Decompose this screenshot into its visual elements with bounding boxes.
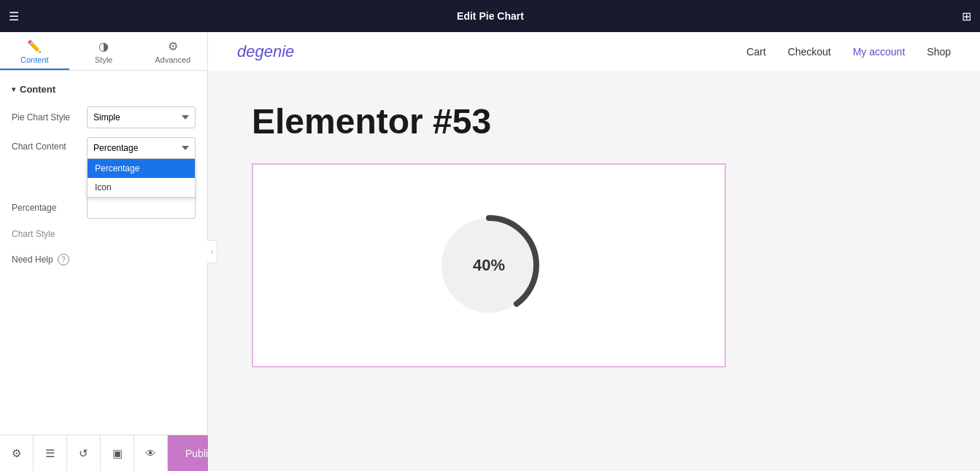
top-bar-title: Edit Pie Chart — [457, 10, 524, 22]
chart-widget[interactable]: 40% — [252, 163, 726, 367]
bottom-icons: ⚙ ☰ ↺ ▣ 👁 — [0, 435, 168, 471]
page-title: Elementor #53 — [252, 101, 936, 141]
collapse-handle[interactable]: ‹ — [207, 240, 217, 263]
chart-content-wrap: Percentage Icon Percentage Icon — [87, 137, 196, 159]
tab-advanced-label: Advanced — [155, 55, 190, 64]
sidebar: ✏️ Content ◑ Style ⚙ Advanced ▾ Content … — [0, 32, 208, 471]
top-bar: ☰ Edit Pie Chart ⊞ — [0, 0, 980, 32]
site-header: degenie Cart Checkout My account Shop — [208, 32, 980, 72]
style-tab-icon: ◑ — [99, 39, 109, 53]
main-layout: ✏️ Content ◑ Style ⚙ Advanced ▾ Content … — [0, 32, 980, 471]
pie-chart-style-row: Pie Chart Style Simple Donut — [0, 102, 207, 133]
bottom-bar: ⚙ ☰ ↺ ▣ 👁 Publish ∧ — [0, 435, 207, 471]
section-arrow: ▾ — [12, 85, 15, 93]
tab-style[interactable]: ◑ Style — [69, 32, 139, 70]
menu-icon[interactable]: ☰ — [9, 9, 19, 23]
site-nav: Cart Checkout My account Shop — [746, 46, 951, 58]
pie-chart-style-wrap: Simple Donut — [87, 106, 196, 128]
chart-content-dropdown: Percentage Icon — [87, 159, 196, 198]
site-logo: degenie — [237, 42, 294, 61]
nav-shop[interactable]: Shop — [927, 46, 951, 58]
content-tab-icon: ✏️ — [27, 39, 42, 53]
pie-chart-percentage: 40% — [473, 256, 505, 275]
tab-style-label: Style — [95, 55, 112, 64]
percentage-label: Percentage — [12, 203, 81, 213]
need-help[interactable]: Need Help ? — [0, 242, 207, 277]
chart-content-row: Chart Content Percentage Icon Percentage… — [0, 133, 207, 163]
settings-icon-btn[interactable]: ⚙ — [0, 435, 34, 471]
help-icon: ? — [58, 254, 69, 265]
pie-chart-container: 40% — [431, 207, 547, 324]
nav-myaccount[interactable]: My account — [853, 46, 906, 58]
responsive-icon-btn[interactable]: ▣ — [101, 435, 134, 471]
dropdown-option-percentage[interactable]: Percentage — [88, 159, 195, 178]
tab-advanced[interactable]: ⚙ Advanced — [138, 32, 207, 70]
preview-icon-btn[interactable]: 👁 — [134, 435, 168, 471]
percentage-input[interactable] — [87, 197, 196, 219]
tabs: ✏️ Content ◑ Style ⚙ Advanced — [0, 32, 207, 71]
history-icon-btn[interactable]: ↺ — [67, 435, 101, 471]
section-header-content[interactable]: ▾ Content — [0, 79, 207, 102]
percentage-wrap — [87, 197, 196, 219]
tab-content[interactable]: ✏️ Content — [0, 32, 69, 70]
page-content: Elementor #53 40% — [208, 72, 980, 397]
nav-cart[interactable]: Cart — [746, 46, 765, 58]
pie-chart-style-select[interactable]: Simple Donut — [87, 106, 196, 128]
nav-checkout[interactable]: Checkout — [788, 46, 831, 58]
tab-content-label: Content — [20, 55, 49, 64]
chart-content-label: Chart Content — [12, 141, 81, 152]
dropdown-option-icon[interactable]: Icon — [88, 178, 195, 197]
chart-style-section-label: Chart Style — [0, 223, 207, 242]
section-title: Content — [20, 84, 55, 95]
canvas-area: degenie Cart Checkout My account Shop El… — [208, 32, 980, 471]
advanced-tab-icon: ⚙ — [168, 39, 178, 53]
need-help-text: Need Help — [12, 254, 53, 265]
grid-icon[interactable]: ⊞ — [962, 9, 971, 23]
pie-chart-style-label: Pie Chart Style — [12, 112, 81, 122]
layers-icon-btn[interactable]: ☰ — [34, 435, 67, 471]
sidebar-content: ▾ Content Pie Chart Style Simple Donut C… — [0, 71, 207, 435]
chart-content-select[interactable]: Percentage Icon — [87, 137, 196, 159]
